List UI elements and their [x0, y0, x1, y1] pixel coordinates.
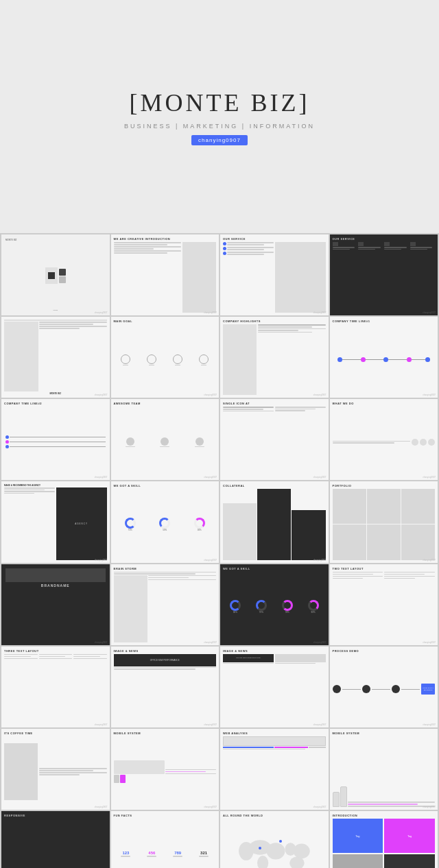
watermark-11: chanying0907 — [313, 476, 327, 479]
slide26-title: MOBILE SYSTEM — [114, 732, 217, 735]
slide32-title: INTRODUCTION — [333, 814, 436, 817]
slides-grid: MONTE BIZ Image chanying0907 WE ARE CREA… — [0, 233, 439, 868]
slide16-title: PORTFOLIO — [333, 484, 436, 487]
slide1-text: MONTE BIZ — [5, 239, 106, 241]
skill-d4: 90% — [311, 611, 316, 614]
slide23-title: IMAGE & NEWS — [223, 649, 326, 653]
slide-13-agency[interactable]: MAKE & RECOMMEND THE AGENCY AGENCY chany… — [1, 481, 110, 562]
slide27-title: WEB ANALYSIS — [223, 732, 326, 735]
slide-1-cover[interactable]: MONTE BIZ Image chanying0907 — [1, 234, 110, 315]
watermark-7: chanying0907 — [313, 394, 327, 396]
slide2-title: WE ARE CREATIVE INTRODUCTION — [114, 237, 217, 241]
slide-26-mobile[interactable]: MOBILE SYSTEM chanying0907 — [111, 729, 220, 810]
slide13-agency-label: AGENCY — [75, 522, 88, 525]
slide19-title: WE GOT A SKILL — [223, 567, 326, 570]
slide13-title: MAKE & RECOMMEND THE AGENCY — [4, 484, 107, 487]
slide12-title: WHAT WE DO — [333, 402, 436, 405]
svg-point-5 — [258, 856, 269, 868]
slide1-label: Image — [5, 309, 106, 311]
watermark-23: chanying0907 — [313, 723, 327, 726]
slide-17-dark[interactable]: BRANDNAME chanying0907 — [1, 564, 110, 645]
slide-23-image-news-dark[interactable]: IMAGE & NEWS OFFICE NEW PERFORMANCE chan… — [220, 647, 329, 727]
slide-31-world-map[interactable]: ALL ROUND THE WORLD chanying0907 — [220, 811, 329, 868]
world-map-svg — [228, 822, 320, 868]
slide-29-responsive[interactable]: RESPONSIVE chanying0907 — [1, 811, 110, 868]
watermark-19: chanying0907 — [313, 641, 327, 644]
watermark-14: chanying0907 — [204, 559, 217, 562]
watermark-25: chanying0907 — [95, 806, 108, 808]
slide-18-brainstorm[interactable]: BRAIN STORM chanying0907 — [111, 564, 220, 645]
watermark-8: chanying0907 — [423, 394, 436, 396]
fact2: 456 — [148, 851, 155, 855]
watermark-5: chanying0907 — [95, 394, 108, 396]
watermark-27: chanying0907 — [313, 806, 327, 808]
hero-badge[interactable]: chanying0907 — [191, 135, 248, 145]
slide-12-what-we-do[interactable]: WHAT WE DO chanying0907 — [330, 399, 438, 480]
svg-point-2 — [267, 843, 285, 859]
watermark-9: chanying0907 — [95, 476, 108, 479]
process-circle-1 — [333, 685, 341, 693]
slide-21-three-text[interactable]: THREE TEXT LAYOUT chanying0907 — [1, 647, 110, 727]
slide-6-main-goal[interactable]: MAIN GOAL chanying0907 — [111, 317, 220, 398]
skill-d2: 70% — [259, 611, 263, 614]
slide-19-skill-dark[interactable]: WE GOT A SKILL 85% 70% 78% 90% chanying0… — [220, 564, 329, 645]
slide-7-highlights[interactable]: COMPANY HIGHLIGHTS chanying0907 — [220, 317, 329, 398]
watermark-26: chanying0907 — [204, 806, 217, 808]
slide-20-two-text[interactable]: TWO TEXT LAYOUT chanying0907 — [330, 564, 438, 645]
slide7-title: COMPANY HIGHLIGHTS — [223, 320, 326, 323]
slide-5[interactable]: MONTE BIZ chanying0907 — [1, 317, 110, 398]
skill1-pct: 75% — [128, 529, 132, 531]
slide-16-portfolio[interactable]: PORTFOLIO chanying0907 — [330, 481, 438, 562]
slide20-title: TWO TEXT LAYOUT — [333, 567, 436, 570]
watermark-3: chanying0907 — [313, 311, 327, 314]
slide22-label: OFFICE NEW PERFORMANCE — [150, 659, 180, 662]
watermark-6: chanying0907 — [204, 394, 217, 396]
slide10-title: AWESOME TEAM — [114, 402, 217, 405]
slide4-title: OUR SERVICE — [333, 237, 436, 241]
slide-14-skill-light[interactable]: WE GOT A SKILL 75% 50% 30% chanying0907 — [111, 481, 220, 562]
fact1: 123 — [122, 851, 129, 855]
slide6-title: MAIN GOAL — [114, 320, 217, 323]
slide29-title: RESPONSIVE — [4, 814, 107, 817]
watermark-15: chanying0907 — [313, 559, 327, 562]
slide17-text: BRANDNAME — [41, 583, 70, 588]
slide-25-coffee[interactable]: ITS COFFEE TIME chanying0907 — [1, 729, 110, 810]
hero-subtitle: BUSINESS | MARKETING | INFORMATION — [124, 123, 315, 130]
watermark-10: chanying0907 — [204, 476, 217, 479]
slide18-title: BRAIN STORM — [114, 567, 217, 570]
slide-28-mobile2[interactable]: MOBILE SYSTEM chanying0907 — [330, 729, 438, 810]
slide21-title: THREE TEXT LAYOUT — [4, 649, 107, 653]
watermark-24: chanying0907 — [423, 723, 436, 726]
slide-27-web-analysis[interactable]: WEB ANALYSIS chanying0907 — [220, 729, 329, 810]
skill2-pct: 50% — [163, 529, 167, 531]
skill-d1: 85% — [233, 611, 237, 614]
slide23-label: OFFICE NEW PERFORMANCE — [236, 657, 261, 659]
slide-15-collateral[interactable]: COLLATERAL chanying0907 — [220, 481, 329, 562]
slide-30-fun-facts[interactable]: FUN FACTS 123 456 789 321 chanying0907 — [111, 811, 220, 868]
hero-section: [MONTE BIZ] BUSINESS | MARKETING | INFOR… — [0, 0, 439, 233]
slide-32-introduction2[interactable]: INTRODUCTION Tag Tag Tag Tag chanying090… — [330, 811, 438, 868]
hero-title: [MONTE BIZ] — [130, 88, 310, 117]
watermark-28: chanying0907 — [423, 806, 436, 808]
watermark-1: chanying0907 — [95, 311, 108, 314]
slide-22-image-news[interactable]: IMAGE & NEWS OFFICE NEW PERFORMANCE chan… — [111, 647, 220, 727]
slide-9-timeline2[interactable]: COMPANY TIME LINE#2 chanying0907 — [1, 399, 110, 480]
slide25-title: ITS COFFEE TIME — [4, 732, 107, 735]
slide9-title: COMPANY TIME LINE#2 — [4, 402, 107, 405]
intro2-label2: Tag — [407, 834, 412, 838]
slide-10-team[interactable]: AWESOME TEAM chanying0907 — [111, 399, 220, 480]
watermark-21: chanying0907 — [95, 723, 108, 726]
slide-3-service[interactable]: OUR SERVICE chanying0907 — [220, 234, 329, 315]
slide-2-intro[interactable]: WE ARE CREATIVE INTRODUCTION chanying090… — [111, 234, 220, 315]
slide-8-timeline1[interactable]: COMPANY TIME LINE#1 chanying0907 — [330, 317, 438, 398]
slide-4-service-dark[interactable]: OUR SERVICE chanying09 — [330, 234, 438, 315]
slide3-title: OUR SERVICE — [223, 237, 326, 241]
slide8-title: COMPANY TIME LINE#1 — [333, 320, 436, 323]
watermark-4: chanying0907 — [423, 311, 436, 314]
watermark-18: chanying0907 — [204, 641, 217, 644]
watermark-17: chanying0907 — [95, 641, 108, 644]
slide22-title: IMAGE & NEWS — [114, 649, 217, 653]
slide-24-process[interactable]: PROCESS DEMO YOUR SMALL BUSINESS chanyin… — [330, 647, 438, 727]
slide-11-single-icon[interactable]: SINGLE ICON AT chanying0907 — [220, 399, 329, 480]
watermark-22: chanying0907 — [204, 723, 217, 726]
